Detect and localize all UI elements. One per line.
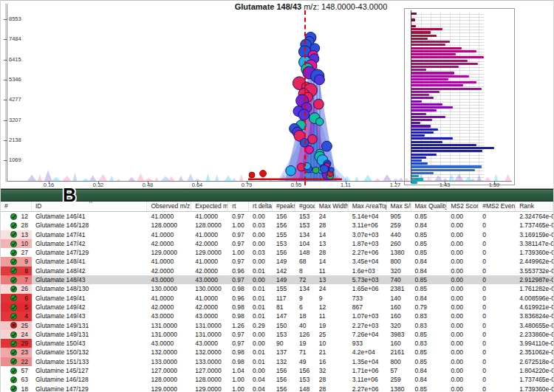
column-header-max-quality[interactable]: Max Quality [411,202,448,211]
cell-rank: 1.739360e-02 [516,385,553,392]
good-flag-icon[interactable] [10,241,17,247]
good-flag-icon[interactable] [10,368,17,374]
cell-good: 19 [295,339,315,348]
row-number: 25 [17,321,32,330]
peak-circle[interactable] [305,145,313,154]
good-flag-icon[interactable] [10,286,17,292]
good-flag-icon[interactable] [10,340,17,347]
cell-observed-m-z: 128.0000 [147,375,191,384]
peak-circle[interactable] [308,134,318,144]
table-row[interactable]: 28Glutamate 146/128128.0000128.00001.000… [1,221,553,230]
good-flag-icon[interactable] [10,277,17,283]
row-number-cell: 4 [1,312,32,320]
cell-rt: 1.00 [228,385,249,392]
peak-circle[interactable] [316,118,324,125]
column-header-[interactable]: # [1,202,32,211]
column-header-observed-m-z[interactable]: Observed m/z [147,202,191,211]
cell-max-quality: 0.85 [411,385,448,392]
good-flag-icon[interactable] [10,231,17,238]
row-number: 28 [17,221,32,230]
column-header-expected-m-z[interactable]: Expected m/z [191,202,228,211]
good-flag-icon[interactable] [10,376,17,383]
cell-rt-delta: 0.03 [249,248,273,257]
table-row[interactable]: 29Glutamate 150/4343.000043.00000.970.00… [1,339,553,348]
cell-observed-m-z: 43.0000 [147,275,191,284]
good-flag-icon[interactable] [10,385,17,392]
cell-max-width: 11 [315,312,349,320]
column-header-peaks[interactable]: #peaks [273,202,295,211]
good-flag-icon[interactable] [10,349,17,356]
table-row[interactable]: 7Glutamate 148/4343.000043.00000.970.001… [1,275,553,284]
table-row[interactable]: 26Glutamate 148/130130.0000130.00000.980… [1,284,553,293]
cell-max-quality: 0.83 [411,339,448,348]
column-header-max-width[interactable]: Max Width [315,202,349,211]
row-number-cell: 26 [1,284,32,293]
table-row[interactable]: 22Glutamate 151/133133.0000133.00000.980… [1,357,553,366]
table-row[interactable]: 18Glutamine 147/129129.0000129.00001.000… [1,385,553,392]
table-row[interactable]: 4Glutamate 149/4343.000043.00000.980.011… [1,312,553,320]
table-row[interactable]: 9Glutamate 148/4141.000041.00000.970.001… [1,257,553,266]
peak-circle[interactable] [312,167,319,173]
cell-observed-m-z: 41.0000 [147,257,191,266]
table-row[interactable]: 5Glutamate 149/4242.000042.00000.980.018… [1,303,553,312]
rt-range-marker[interactable] [260,171,267,177]
table-row[interactable]: 27Glutamate 147/129129.0000129.00001.000… [1,248,553,257]
peak-circle[interactable] [286,165,296,176]
good-flag-icon[interactable] [10,331,17,338]
cell-id: Glutamate 149/41 [32,294,148,303]
column-header-ms2-score[interactable]: MS2 Score [447,202,479,211]
column-header-id[interactable]: ID^ [32,202,148,211]
cell-ms2-events: 0 [479,284,516,293]
row-number-cell: 9 [1,257,32,266]
peak-circle[interactable] [320,165,328,173]
column-header-rt-delta[interactable]: rt delta [249,202,273,211]
table-row[interactable]: 10Glutamate 147/4242.000042.00000.970.00… [1,239,553,248]
cell-max-width: 10 [315,339,349,348]
table-row[interactable]: 63Glutamine 146/128128.0000128.00001.000… [1,375,553,384]
cell-expected-m-z: 130.0000 [191,284,228,293]
good-flag-icon[interactable] [10,313,17,320]
good-flag-icon[interactable] [10,250,17,256]
table-row[interactable]: 23Glutamate 150/132132.0000132.00000.980… [1,348,553,357]
good-flag-icon[interactable] [10,304,17,311]
table-row[interactable]: 57Glutamine 145/127127.0000127.00001.040… [1,366,553,375]
peak-circle[interactable] [315,75,325,85]
cell-max-quality: 0.85 [411,212,448,221]
good-flag-icon[interactable] [10,295,17,301]
table-row[interactable]: 13Glutamate 147/4141.000041.00000.970.00… [1,230,553,239]
splitter-bar[interactable]: B [1,189,553,202]
table-row[interactable]: 6Glutamate 149/4141.000041.00000.960.011… [1,294,553,303]
table-row[interactable]: 25Glutamate 149/131131.0000131.00001.260… [1,321,553,330]
cell-peaks: 156 [273,221,295,230]
bad-flag-icon[interactable] [10,322,17,329]
column-header-rt[interactable]: rt [228,202,249,211]
peak-circle[interactable] [321,141,332,151]
cell-ms2-score: 0.00 [447,257,479,266]
good-flag-icon[interactable] [10,222,17,229]
cell-rt-delta: 0.01 [249,284,273,293]
cell-max-s-n: 320 [387,321,411,330]
good-flag-icon[interactable] [10,258,17,265]
peak-circle[interactable] [313,99,324,109]
chromatogram-panel: Glutamate 148/43 m/z: 148.0000-43.0000 8… [1,0,553,189]
rt-range-marker[interactable] [249,172,255,178]
good-flag-icon[interactable] [10,267,17,274]
cell-good: 153 [295,221,315,230]
good-flag-icon[interactable] [10,213,17,220]
column-header-good[interactable]: #good [295,202,315,211]
peak-circle[interactable] [329,168,334,173]
cell-id: Glutamate 147/42 [32,239,148,248]
cell-peaks: 156 [273,375,295,384]
good-flag-icon[interactable] [10,358,17,365]
cell-rt: 1.26 [228,321,249,330]
table-row[interactable]: 8Glutamate 148/4242.000042.00000.960.011… [1,267,553,275]
table-row[interactable]: 24Glutamate 149/131131.0000131.00000.970… [1,330,553,339]
column-header-max-areatop[interactable]: Max AreaTop [349,202,387,211]
cell-expected-m-z: 41.0000 [191,294,228,303]
table-row[interactable]: 12Glutamate 146/4141.000041.00000.970.00… [1,212,553,221]
cell-ms2-events: 0 [479,312,516,320]
column-header-rank[interactable]: Rank [516,202,553,211]
column-header-max-s-n[interactable]: Max S/N [387,202,411,211]
cell-peaks: 90 [273,339,295,348]
column-header-ms2-events[interactable]: #MS2 Events [479,202,516,211]
